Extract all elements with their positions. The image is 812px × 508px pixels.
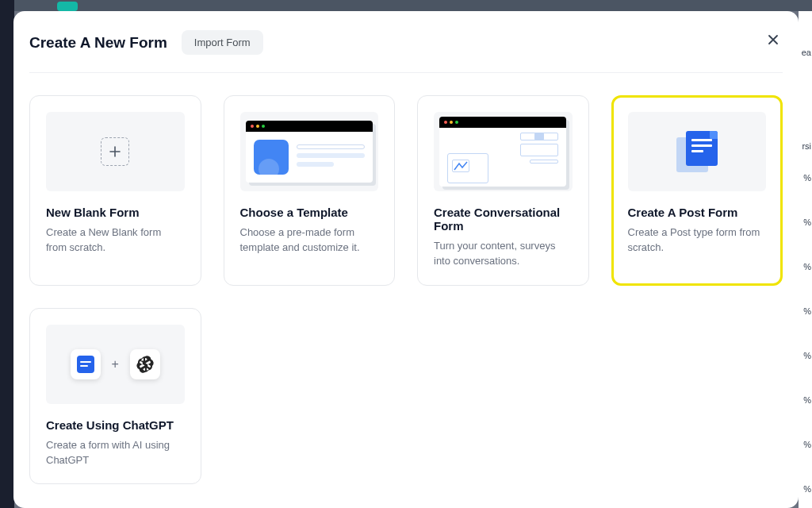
option-conversational-form[interactable]: Create Conversational Form Turn your con…: [417, 95, 589, 286]
background-right-edge: ea rsi % % % % % % % %: [799, 11, 812, 508]
fluentforms-icon: [71, 349, 101, 379]
card-title: New Blank Form: [46, 206, 185, 219]
plus-icon: [101, 137, 129, 166]
card-description: Create a Post type form from scratch.: [628, 225, 767, 256]
conversational-visual: [434, 112, 573, 191]
document-icon: [676, 131, 718, 172]
card-description: Turn your content, surveys into conversa…: [434, 239, 573, 269]
card-title: Create Conversational Form: [434, 206, 573, 233]
image-icon: [254, 140, 289, 175]
post-form-visual: [628, 112, 767, 191]
card-description: Create a form with AI using ChatGPT: [46, 438, 185, 468]
blank-form-visual: [46, 112, 185, 191]
card-title: Create A Post Form: [628, 206, 767, 219]
modal-header: Create A New Form Import Form: [29, 30, 783, 73]
card-description: Choose a pre-made form template and cust…: [240, 225, 379, 256]
card-title: Create Using ChatGPT: [46, 418, 185, 432]
chatgpt-icon: [130, 349, 160, 379]
option-blank-form[interactable]: New Blank Form Create a New Blank form f…: [29, 95, 201, 286]
template-visual: [240, 112, 379, 191]
option-post-form[interactable]: Create A Post Form Create a Post type fo…: [611, 95, 783, 286]
background-sidebar: [0, 0, 14, 508]
option-choose-template[interactable]: Choose a Template Choose a pre-made form…: [224, 95, 396, 286]
card-title: Choose a Template: [240, 206, 379, 219]
create-form-modal: Create A New Form Import Form New Blank …: [13, 11, 799, 508]
modal-title: Create A New Form: [29, 34, 167, 52]
background-accent: [57, 2, 78, 11]
option-chatgpt-form[interactable]: + Create Using ChatGPT Create a form wit…: [29, 308, 201, 485]
import-form-button[interactable]: Import Form: [182, 30, 263, 55]
form-options-grid: New Blank Form Create a New Blank form f…: [29, 95, 783, 484]
card-description: Create a New Blank form from scratch.: [46, 225, 185, 256]
plus-separator: +: [112, 357, 119, 371]
chatgpt-visual: +: [46, 325, 185, 404]
background-topbar: [0, 0, 812, 11]
close-button[interactable]: [764, 30, 783, 49]
close-icon: [767, 33, 779, 46]
